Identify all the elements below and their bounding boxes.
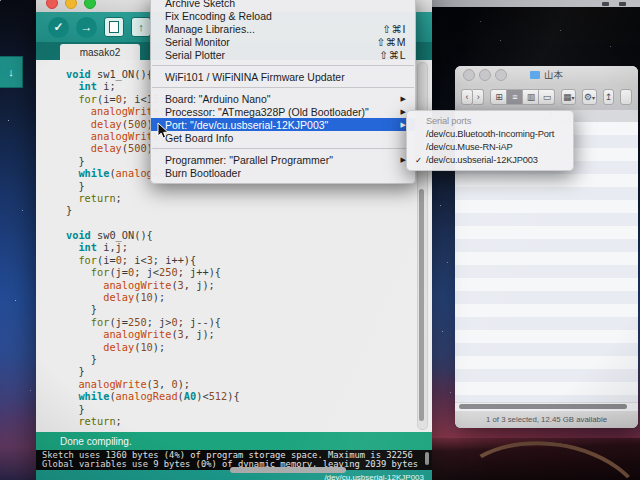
share-icon: ↥	[605, 92, 613, 102]
finder-titlebar: 山本	[455, 66, 638, 84]
forward-button[interactable]: ›	[473, 89, 484, 105]
console-scrollbar[interactable]	[425, 452, 429, 465]
menu-item-burn-bootloader[interactable]: Burn Bootloader	[151, 166, 415, 179]
scrollbar-thumb[interactable]	[459, 404, 627, 409]
column-view-icon: ▥	[527, 92, 536, 102]
column-view-button[interactable]: ▥	[523, 89, 539, 105]
code-line: for(j=0; j<250; j++){	[66, 266, 240, 278]
shortcut-label: ⇧⌘L	[379, 49, 406, 61]
mouse-cursor	[157, 122, 169, 144]
gear-icon: ⚙	[584, 92, 592, 102]
menu-item-manage-libraries[interactable]: Manage Libraries... ⇧⌘I	[151, 22, 415, 35]
page-icon	[109, 21, 119, 33]
code-line: int i,j;	[66, 241, 240, 253]
zoom-button[interactable]	[84, 0, 96, 9]
scrollbar-thumb[interactable]	[419, 189, 424, 421]
submenu-arrow-icon: ▶	[401, 95, 406, 103]
code-line: }	[66, 403, 240, 415]
menu-item-wifi101-updater[interactable]: WiFi101 / WiFiNINA Firmware Updater	[151, 70, 415, 83]
gallery-view-button[interactable]: ▭	[539, 89, 555, 105]
code-line: delay(10);	[66, 341, 240, 353]
code-line: analogWrite(3, j);	[66, 328, 240, 340]
finder-title: 山本	[455, 69, 638, 82]
tab-masako2[interactable]: masako2	[60, 44, 140, 60]
minimize-button[interactable]	[65, 0, 77, 9]
code-line: }	[66, 303, 240, 315]
up-arrow-icon: ↑	[138, 21, 144, 33]
action-button[interactable]: ⚙▾	[582, 89, 597, 105]
list-view-button[interactable]: ≡	[507, 89, 523, 105]
check-icon: ✓	[53, 20, 63, 34]
submenu-item-bluetooth-port[interactable]: /dev/cu.Bluetooth-Incoming-Port	[407, 127, 573, 140]
wifi-icon	[602, 2, 609, 6]
horizontal-scrollbar-thumb[interactable]	[230, 467, 346, 473]
finder-horizontal-scrollbar[interactable]	[455, 402, 638, 411]
verify-button[interactable]: ✓	[48, 17, 69, 38]
code-line: return;	[66, 415, 240, 427]
menu-item-fix-encoding[interactable]: Fix Encoding & Reload	[151, 9, 415, 22]
folder-icon	[530, 71, 540, 79]
view-switcher: ⊞ ≡ ▥ ▭	[490, 89, 555, 105]
code-line: return;	[66, 192, 240, 204]
menu-item-serial-plotter[interactable]: Serial Plotter ⇧⌘L	[151, 48, 415, 61]
ide-statusbar: /dev/cu.usbserial-12KJP003	[36, 470, 432, 480]
finder-status-bar: 1 of 3 selected, 12.45 GB available	[455, 411, 638, 428]
menu-item-archive-sketch[interactable]: Archive Sketch	[151, 0, 415, 9]
menu-item-serial-monitor[interactable]: Serial Monitor ⇧⌘M	[151, 35, 415, 48]
code-line: analogWrite(3, 0);	[66, 378, 240, 390]
code-line: while(analogRead(A0)<512){	[66, 390, 240, 402]
code-line: analogWrite(3, j);	[66, 279, 240, 291]
background-window-fragment: ↓	[0, 56, 23, 88]
tools-menu: Archive Sketch Fix Encoding & Reload Man…	[150, 0, 416, 184]
forward-icon: ›	[477, 92, 480, 102]
wallpaper-stars	[0, 0, 1, 1]
open-sketch-button[interactable]: ↑	[131, 17, 151, 37]
dropdown-icon: ▾	[572, 94, 575, 101]
menu-separator	[152, 148, 414, 149]
menu-item-port[interactable]: Port: "/dev/cu.usbserial-12KJP003" ▶	[151, 118, 415, 131]
code-line	[66, 217, 240, 229]
code-line: delay(10);	[66, 291, 240, 303]
menu-separator	[152, 65, 414, 66]
menu-item-get-board-info[interactable]: Get Board Info	[151, 131, 415, 144]
list-view-icon: ≡	[512, 92, 517, 102]
menu-item-processor[interactable]: Processor: "ATmega328P (Old Bootloader)"…	[151, 105, 415, 118]
shortcut-label: ⇧⌘M	[376, 36, 406, 48]
statusbar-port-text: /dev/cu.usbserial-12KJP003	[324, 473, 424, 480]
close-button[interactable]	[46, 0, 58, 9]
arrange-icon: ▦	[563, 92, 572, 102]
checkmark-icon: ✓	[415, 155, 426, 165]
arrange-button[interactable]: ▦▾	[561, 89, 576, 105]
upload-button[interactable]: →	[76, 17, 97, 38]
right-arrow-icon: →	[81, 20, 93, 34]
new-sketch-button[interactable]	[104, 17, 124, 37]
icon-view-icon: ⊞	[495, 92, 503, 102]
menu-item-board[interactable]: Board: "Arduino Nano" ▶	[151, 92, 415, 105]
volume-icon	[619, 2, 626, 6]
port-submenu: Serial ports /dev/cu.Bluetooth-Incoming-…	[406, 110, 574, 171]
code-line: void sw0_ON(){	[66, 229, 240, 241]
submenu-item-usbserial-port[interactable]: ✓ /dev/cu.usbserial-12KJP003	[407, 153, 573, 166]
tags-button[interactable]	[620, 89, 632, 105]
menu-separator	[152, 87, 414, 88]
share-button[interactable]: ↥	[603, 89, 615, 105]
icon-view-button[interactable]: ⊞	[490, 89, 507, 105]
shortcut-label: ⇧⌘I	[382, 23, 406, 35]
dropdown-icon: ▾	[592, 94, 595, 101]
back-icon: ‹	[466, 92, 469, 102]
finder-toolbar: ‹ › ⊞ ≡ ▥ ▭ ▦▾ ⚙▾ ↥	[455, 84, 638, 110]
back-button[interactable]: ‹	[461, 89, 473, 105]
submenu-item-muse-port[interactable]: /dev/cu.Muse-RN-iAP	[407, 140, 573, 153]
compile-status-bar: Done compiling.	[36, 432, 432, 450]
gallery-view-icon: ▭	[543, 92, 552, 102]
code-line: }	[66, 204, 240, 216]
submenu-header-serial-ports: Serial ports	[407, 114, 573, 127]
menu-item-programmer[interactable]: Programmer: "Parallel Programmer" ▶	[151, 153, 415, 166]
code-line: for(i=0; i<3; i++){	[66, 254, 240, 266]
menu-bar	[430, 0, 640, 7]
code-line: for(j=250; j>0; j--){	[66, 316, 240, 328]
screen-photo: ↓ ✓ → ↑ masako2 void sw1_ON(){ int i; fo…	[0, 0, 640, 480]
code-line: }	[66, 353, 240, 365]
compile-status-text: Done compiling.	[60, 436, 132, 447]
code-line: }	[66, 365, 240, 377]
